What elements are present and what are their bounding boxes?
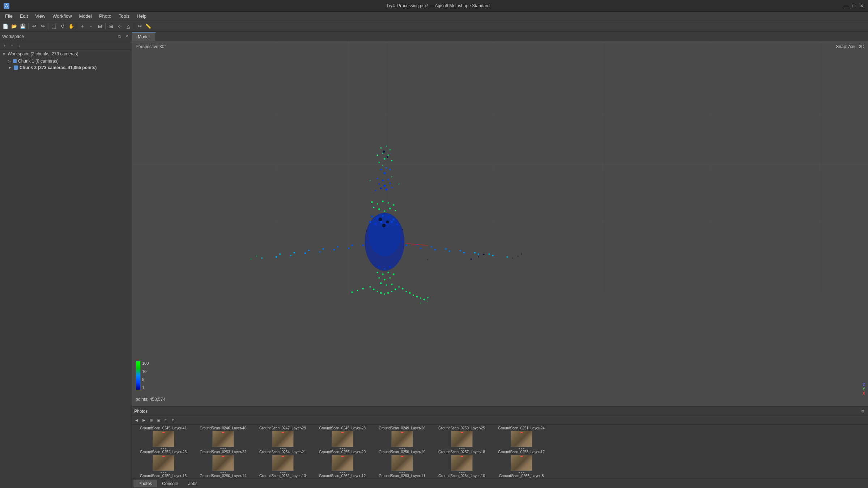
photo-dot bbox=[342, 448, 343, 449]
title-bar-controls[interactable]: — □ ✕ bbox=[843, 3, 864, 8]
ws-remove-button[interactable]: − bbox=[9, 42, 15, 49]
mesh-button[interactable]: △ bbox=[124, 22, 132, 30]
photo-item[interactable]: GroundScan_0259_Layer-16 bbox=[133, 474, 193, 479]
ws-import-button[interactable]: ↓ bbox=[16, 42, 22, 49]
menu-item-help[interactable]: Help bbox=[133, 13, 150, 20]
svg-point-35 bbox=[385, 188, 387, 191]
photo-dot bbox=[284, 448, 286, 449]
menu-item-workflow[interactable]: Workflow bbox=[49, 13, 75, 20]
menu-item-photo[interactable]: Photo bbox=[95, 13, 115, 20]
photo-item[interactable]: GroundScan_0257_Layer-18 bbox=[432, 450, 492, 473]
svg-point-57 bbox=[420, 247, 421, 249]
photo-item[interactable]: GroundScan_0245_Layer-41 bbox=[133, 426, 193, 449]
photo-marker bbox=[162, 432, 165, 433]
photo-item[interactable]: GroundScan_0246_Layer-40 bbox=[193, 426, 253, 449]
photo-dot bbox=[519, 448, 520, 449]
photo-item[interactable]: GroundScan_0258_Layer-17 bbox=[492, 450, 551, 473]
bottom-tab-console[interactable]: Console bbox=[157, 480, 183, 487]
photo-item[interactable]: GroundScan_0248_Layer-28 bbox=[312, 426, 372, 449]
menu-item-view[interactable]: View bbox=[31, 13, 49, 20]
photos-next-button[interactable]: ▶ bbox=[141, 417, 147, 424]
photo-dot bbox=[220, 448, 222, 449]
photos-list-button[interactable]: ≡ bbox=[162, 417, 169, 424]
workspace-header: Workspace ⧉ ✕ bbox=[0, 32, 132, 41]
photo-item[interactable]: GroundScan_0260_Layer-14 bbox=[193, 474, 253, 479]
svg-point-23 bbox=[380, 169, 382, 170]
photo-item[interactable]: GroundScan_0255_Layer-20 bbox=[312, 450, 372, 473]
svg-point-77 bbox=[393, 204, 395, 206]
bottom-tab-bar: PhotosConsoleJobs bbox=[132, 479, 868, 488]
photos-view-button[interactable]: ⊞ bbox=[148, 417, 154, 424]
photo-thumb-inner bbox=[511, 431, 532, 447]
rotate-button[interactable]: ↺ bbox=[59, 22, 67, 30]
new-button[interactable]: 📄 bbox=[1, 22, 9, 30]
svg-point-67 bbox=[445, 248, 447, 250]
chunk-2-item[interactable]: ▼ Chunk 2 (273 cameras, 41,055 points) bbox=[2, 64, 129, 71]
photos-float-button[interactable]: ⧉ bbox=[860, 408, 866, 414]
photo-item[interactable]: GroundScan_0252_Layer-23 bbox=[133, 450, 193, 473]
photo-item[interactable]: GroundScan_0249_Layer-26 bbox=[372, 426, 432, 449]
separator-2 bbox=[48, 23, 48, 30]
measure-button[interactable]: 📏 bbox=[144, 22, 152, 30]
svg-point-122 bbox=[413, 294, 414, 296]
svg-point-92 bbox=[391, 221, 393, 223]
photos-prev-button[interactable]: ◀ bbox=[133, 417, 140, 424]
photo-item[interactable]: GroundScan_0247_Layer-29 bbox=[253, 426, 312, 449]
photo-item[interactable]: GroundScan_0254_Layer-21 bbox=[253, 450, 312, 473]
pan-button[interactable]: ✋ bbox=[67, 22, 75, 30]
svg-point-26 bbox=[383, 150, 385, 153]
photo-item[interactable]: GroundScan_0251_Layer-24 bbox=[492, 426, 551, 449]
menu-item-file[interactable]: File bbox=[1, 13, 16, 20]
photo-dot bbox=[523, 472, 524, 473]
svg-point-37 bbox=[375, 190, 376, 191]
select-button[interactable]: ⬚ bbox=[50, 22, 58, 30]
photo-dot bbox=[282, 448, 284, 449]
svg-point-87 bbox=[392, 218, 395, 221]
zoom-in-button[interactable]: + bbox=[78, 22, 86, 30]
points-info: points: 453,574 bbox=[136, 397, 165, 402]
photo-name-label: GroundScan_0259_Layer-16 bbox=[133, 474, 193, 478]
model-tab[interactable]: Model bbox=[132, 32, 156, 41]
open-button[interactable]: 📂 bbox=[10, 22, 18, 30]
minimize-button[interactable]: — bbox=[843, 3, 848, 8]
photo-item[interactable]: GroundScan_0250_Layer-25 bbox=[432, 426, 492, 449]
close-button[interactable]: ✕ bbox=[859, 3, 864, 8]
svg-point-129 bbox=[351, 292, 353, 293]
menu-item-tools[interactable]: Tools bbox=[115, 13, 133, 20]
photo-dot bbox=[161, 448, 162, 449]
zoom-out-button[interactable]: − bbox=[87, 22, 95, 30]
photo-item[interactable]: GroundScan_0262_Layer-12 bbox=[312, 474, 372, 479]
svg-point-80 bbox=[384, 211, 385, 212]
workspace-detach-button[interactable]: ⧉ bbox=[116, 34, 122, 39]
axis-x-label: X bbox=[863, 391, 865, 395]
clip-button[interactable]: ✂ bbox=[136, 22, 144, 30]
chunk-2-label: Chunk 2 (273 cameras, 41,055 points) bbox=[20, 65, 97, 70]
menu-item-edit[interactable]: Edit bbox=[16, 13, 31, 20]
redo-button[interactable]: ↪ bbox=[39, 22, 47, 30]
viewport[interactable]: Perspective 30° Snap: Axis, 3D 100 10 5 … bbox=[132, 41, 868, 406]
photos-filter-button[interactable]: ▣ bbox=[155, 417, 162, 424]
svg-point-20 bbox=[378, 162, 380, 163]
ws-add-button[interactable]: + bbox=[1, 42, 8, 49]
workspace-close-button[interactable]: ✕ bbox=[124, 34, 129, 39]
workspace-root-label: Workspace (2 chunks, 273 cameras) bbox=[8, 51, 78, 56]
maximize-button[interactable]: □ bbox=[851, 3, 856, 8]
undo-button[interactable]: ↩ bbox=[30, 22, 38, 30]
svg-point-127 bbox=[362, 288, 364, 290]
chunk-1-item[interactable]: ▷ Chunk 1 (0 cameras) bbox=[2, 58, 129, 64]
color-label-1: 1 bbox=[142, 386, 149, 390]
bottom-tab-photos[interactable]: Photos bbox=[133, 480, 157, 487]
photo-item[interactable]: GroundScan_0256_Layer-19 bbox=[372, 450, 432, 473]
save-button[interactable]: 💾 bbox=[19, 22, 27, 30]
bottom-tab-jobs[interactable]: Jobs bbox=[183, 480, 202, 487]
menu-item-model[interactable]: Model bbox=[76, 13, 95, 20]
photo-item[interactable]: GroundScan_0264_Layer-10 bbox=[432, 474, 492, 479]
grid-button[interactable]: ⊞ bbox=[107, 22, 115, 30]
photo-item[interactable]: GroundScan_0265_Layer-8 bbox=[492, 474, 551, 479]
photo-item[interactable]: GroundScan_0261_Layer-13 bbox=[253, 474, 312, 479]
photo-item[interactable]: GroundScan_0263_Layer-11 bbox=[372, 474, 432, 479]
points-button[interactable]: ·:· bbox=[116, 22, 124, 30]
photos-settings-button[interactable]: ⚙ bbox=[170, 417, 176, 424]
fit-button[interactable]: ⊞ bbox=[96, 22, 104, 30]
photo-item[interactable]: GroundScan_0253_Layer-22 bbox=[193, 450, 253, 473]
